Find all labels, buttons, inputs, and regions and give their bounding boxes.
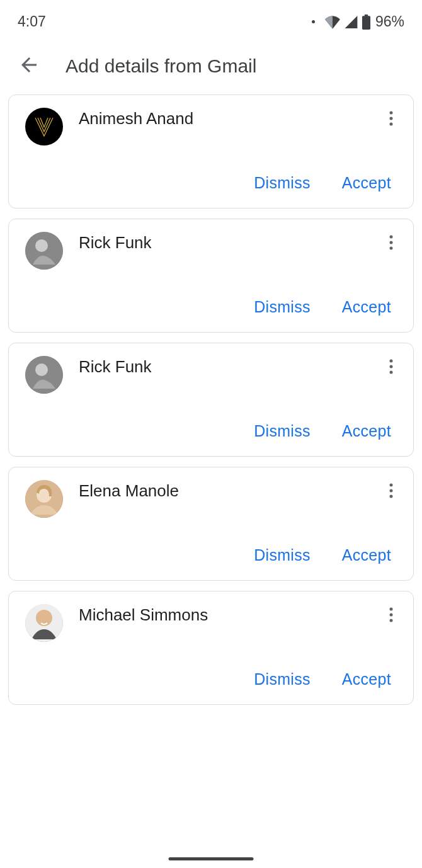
svg-rect-0 [362, 16, 370, 30]
avatar [25, 604, 63, 642]
accept-button[interactable]: Accept [342, 546, 391, 564]
avatar [25, 232, 63, 270]
contact-card: Rick Funk Dismiss Accept [8, 219, 414, 333]
battery-percent: 96% [375, 13, 404, 30]
svg-point-8 [390, 241, 393, 244]
svg-point-11 [35, 363, 48, 376]
contact-name: Rick Funk [79, 356, 366, 377]
contacts-list: Animesh Anand Dismiss Accept Rick Funk D… [0, 94, 422, 705]
contact-name: Rick Funk [79, 232, 366, 253]
cell-signal-icon [344, 15, 358, 29]
contact-card: Rick Funk Dismiss Accept [8, 343, 414, 457]
back-arrow-icon[interactable] [18, 54, 40, 79]
status-time: 4:07 [18, 13, 46, 30]
toolbar: Add details from Gmail [0, 35, 422, 94]
svg-point-24 [390, 619, 393, 622]
dismiss-button[interactable]: Dismiss [254, 546, 311, 564]
more-options-button[interactable] [382, 480, 401, 498]
svg-point-3 [390, 117, 393, 120]
contact-card: Elena Manole Dismiss Accept [8, 467, 414, 581]
contact-card: Michael Simmons Dismiss Accept [8, 591, 414, 705]
contact-name: Elena Manole [79, 480, 366, 501]
battery-icon [362, 14, 371, 30]
svg-point-7 [390, 236, 393, 239]
svg-point-22 [390, 608, 393, 611]
status-bar: 4:07 96% [0, 0, 422, 35]
dismiss-button[interactable]: Dismiss [254, 670, 311, 688]
avatar [25, 108, 63, 146]
svg-point-13 [390, 365, 393, 368]
status-right: 96% [312, 13, 404, 30]
dismiss-button[interactable]: Dismiss [254, 422, 311, 440]
svg-point-17 [390, 484, 393, 487]
more-options-button[interactable] [382, 232, 401, 250]
contact-card: Animesh Anand Dismiss Accept [8, 94, 414, 208]
svg-point-23 [390, 614, 393, 617]
avatar [25, 356, 63, 394]
accept-button[interactable]: Accept [342, 670, 391, 688]
avatar [25, 480, 63, 518]
wifi-icon [324, 15, 341, 29]
contact-name: Animesh Anand [79, 108, 366, 128]
svg-point-2 [390, 111, 393, 115]
more-options-button[interactable] [382, 356, 401, 374]
svg-point-14 [390, 371, 393, 374]
dismiss-button[interactable]: Dismiss [254, 298, 311, 316]
svg-point-18 [390, 489, 393, 493]
svg-point-12 [390, 360, 393, 363]
status-dot-icon [312, 20, 315, 23]
svg-point-4 [390, 123, 393, 126]
more-options-button[interactable] [382, 108, 401, 126]
nav-handle[interactable] [169, 857, 254, 860]
dismiss-button[interactable]: Dismiss [254, 174, 311, 192]
accept-button[interactable]: Accept [342, 422, 391, 440]
svg-point-19 [390, 495, 393, 498]
more-options-button[interactable] [382, 604, 401, 622]
page-title: Add details from Gmail [66, 55, 256, 77]
contact-name: Michael Simmons [79, 604, 366, 625]
accept-button[interactable]: Accept [342, 298, 391, 316]
svg-point-6 [35, 239, 48, 252]
svg-rect-1 [365, 14, 368, 16]
accept-button[interactable]: Accept [342, 174, 391, 192]
svg-point-9 [390, 247, 393, 250]
